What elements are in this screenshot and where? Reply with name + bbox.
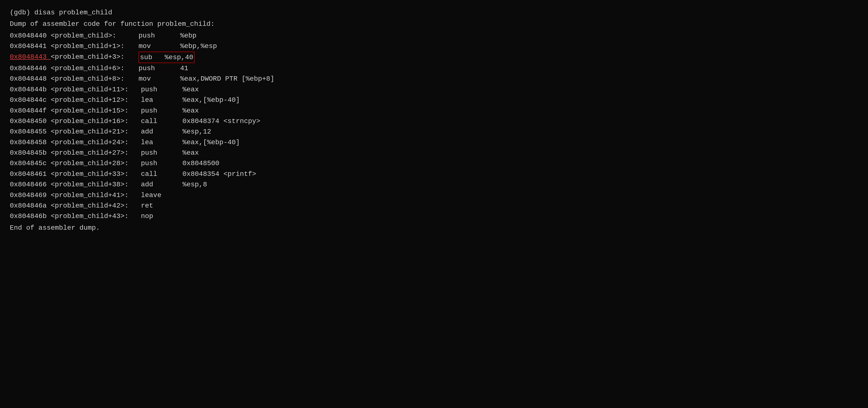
instruction-operands: 0x8048354 <printf> [170,169,256,179]
instruction-mnemonic: push [141,84,170,95]
instruction-mnemonic: lea [141,95,170,105]
instruction-address: 0x8048458 [10,137,51,147]
instruction-label: <problem_child+38>: [51,179,141,190]
instruction-row: 0x8048458 <problem_child+24>: lea %eax,[… [10,137,858,147]
instruction-mnemonic: ret [141,201,170,211]
instruction-row: 0x8048469 <problem_child+41>: leave [10,190,858,201]
instruction-label: <problem_child+28>: [51,158,141,169]
instruction-address: 0x8048450 [10,116,51,127]
instruction-address: 0x804845c [10,158,51,169]
instruction-row: 0x8048450 <problem_child+16>: call 0x804… [10,116,858,127]
terminal-window: (gdb) disas problem_child Dump of assemb… [10,7,858,233]
instruction-mnemonic: push [138,63,168,74]
instruction-operands: 41 [168,63,188,74]
instruction-row: 0x8048441 <problem_child+1>: mov %ebp,%e… [10,41,858,52]
instruction-row: 0x8048466 <problem_child+38>: add %esp,8 [10,179,858,190]
instructions-list: 0x8048440 <problem_child>: push %ebp0x80… [10,30,858,222]
instruction-address: 0x804844b [10,84,51,95]
instruction-operands [170,211,182,222]
instruction-label: <problem_child+24>: [51,137,141,147]
instruction-mnemonic: mov [138,74,168,84]
instruction-mnemonic: push [138,30,168,41]
instruction-operands: 0x8048374 <strncpy> [170,116,260,127]
instruction-operands: %eax [170,84,199,95]
instruction-address: 0x8048443 [10,52,51,63]
instruction-label: <problem_child+43>: [51,211,141,222]
end-of-dump: End of assembler dump. [10,223,858,233]
instruction-address: 0x804844f [10,105,51,116]
instruction-row: 0x8048443 <problem_child+3>: sub %esp,40 [10,52,858,63]
instruction-mnemonic: call [141,169,170,179]
highlighted-instruction: sub %esp,40 [138,52,195,63]
gdb-prompt: (gdb) disas problem_child [10,7,858,18]
instruction-address: 0x8048461 [10,169,51,179]
instruction-operands: %eax [170,105,199,116]
instruction-mnemonic: push [141,105,170,116]
instruction-row: 0x804845c <problem_child+28>: push 0x804… [10,158,858,169]
instruction-address: 0x804844c [10,95,51,105]
instruction-row: 0x804844b <problem_child+11>: push %eax [10,84,858,95]
instruction-row: 0x8048448 <problem_child+8>: mov %eax,DW… [10,74,858,84]
instruction-mnemonic: nop [141,211,170,222]
instruction-label: <problem_child+8>: [51,74,138,84]
instruction-row: 0x8048455 <problem_child+21>: add %esp,1… [10,127,858,137]
instruction-address: 0x8048469 [10,190,51,201]
instruction-label: <problem_child+21>: [51,127,141,137]
instruction-mnemonic: push [141,147,170,158]
instruction-row: 0x804846a <problem_child+42>: ret [10,201,858,211]
instruction-label: <problem_child+15>: [51,105,141,116]
instruction-row: 0x804845b <problem_child+27>: push %eax [10,147,858,158]
instruction-mnemonic: add [141,179,170,190]
instruction-row: 0x804844c <problem_child+12>: lea %eax,[… [10,95,858,105]
instruction-operands: %eax,[%ebp-40] [170,95,240,105]
instruction-address: 0x8048466 [10,179,51,190]
instruction-label: <problem_child+11>: [51,84,141,95]
dump-header: Dump of assembler code for function prob… [10,19,858,29]
instruction-operands [170,201,182,211]
instruction-label: <problem_child+33>: [51,169,141,179]
instruction-label: <problem_child+41>: [51,190,141,201]
instruction-row: 0x804846b <problem_child+43>: nop [10,211,858,222]
instruction-mnemonic: push [141,158,170,169]
instruction-label: <problem_child+6>: [51,63,138,74]
instruction-operands: %eax,[%ebp-40] [170,137,240,147]
instruction-label: <problem_child+42>: [51,201,141,211]
instruction-row: 0x8048461 <problem_child+33>: call 0x804… [10,169,858,179]
instruction-address: 0x8048441 [10,41,51,52]
instruction-operands: %eax,DWORD PTR [%ebp+8] [168,74,274,84]
instruction-address: 0x804846b [10,211,51,222]
instruction-operands: %esp,12 [170,127,211,137]
instruction-mnemonic: mov [138,41,168,52]
instruction-operands: 0x8048500 [170,158,219,169]
instruction-label: <problem_child+1>: [51,41,138,52]
instruction-row: 0x8048440 <problem_child>: push %ebp [10,30,858,41]
instruction-address: 0x8048446 [10,63,51,74]
instruction-operands: %eax [170,147,199,158]
instruction-mnemonic: leave [141,190,170,201]
instruction-address: 0x804845b [10,147,51,158]
instruction-mnemonic: lea [141,137,170,147]
instruction-address: 0x8048440 [10,30,51,41]
instruction-label: <problem_child>: [51,30,138,41]
instruction-label: <problem_child+16>: [51,116,141,127]
instruction-row: 0x804844f <problem_child+15>: push %eax [10,105,858,116]
instruction-row: 0x8048446 <problem_child+6>: push 41 [10,63,858,74]
instruction-operands: %ebp [168,30,196,41]
instruction-label: <problem_child+3>: [51,52,138,63]
instruction-operands: %ebp,%esp [168,41,217,52]
instruction-label: <problem_child+12>: [51,95,141,105]
instruction-address: 0x8048455 [10,127,51,137]
instruction-address: 0x8048448 [10,74,51,84]
instruction-operands [170,190,182,201]
instruction-mnemonic: add [141,127,170,137]
instruction-label: <problem_child+27>: [51,147,141,158]
instruction-operands: %esp,8 [170,179,207,190]
instruction-address: 0x804846a [10,201,51,211]
instruction-mnemonic: call [141,116,170,127]
